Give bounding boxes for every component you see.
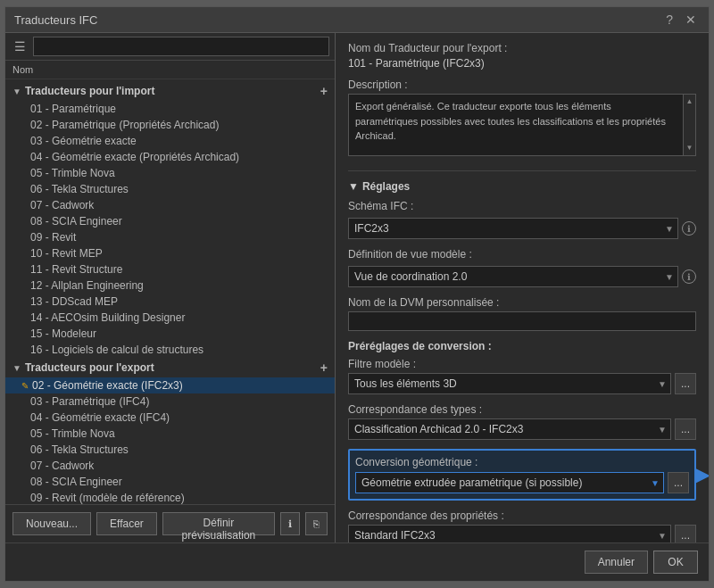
list-item[interactable]: 09 - Revit bbox=[5, 229, 335, 245]
list-item[interactable]: 01 - Paramétrique bbox=[5, 101, 335, 117]
filter-model-dropdown-wrapper: Tous les éléments 3D ▼ bbox=[348, 373, 671, 394]
geometric-conversion-dropdown[interactable]: Géométrie extrudée paramétrique (si poss… bbox=[355, 472, 664, 493]
ifc-schema-row-label: Schéma IFC : bbox=[348, 200, 696, 215]
type-correspondence-dropdown[interactable]: Classification Archicad 2.0 - IFC2x3 bbox=[348, 418, 671, 440]
list-item[interactable]: 10 - Revit MEP bbox=[5, 245, 335, 261]
list-item[interactable]: 11 - Revit Structure bbox=[5, 261, 335, 277]
view-definition-dropdown[interactable]: Vue de coordination 2.0 bbox=[348, 266, 678, 287]
dialog-title: Traducteurs IFC bbox=[14, 13, 97, 27]
filter-model-dropdown-row: Tous les éléments 3D ▼ ... bbox=[348, 373, 696, 394]
filter-model-dropdown[interactable]: Tous les éléments 3D bbox=[348, 373, 671, 394]
geometric-conversion-highlighted-row: Conversion géométrique : Géométrie extru… bbox=[348, 449, 696, 501]
export-expand-icon: ▼ bbox=[12, 363, 21, 373]
blue-arrow-icon: ▶ bbox=[695, 463, 709, 486]
title-bar-buttons: ? ✕ bbox=[662, 12, 700, 27]
delete-button[interactable]: Effacer bbox=[96, 512, 157, 535]
pencil-icon: ✎ bbox=[21, 381, 29, 391]
preview-button[interactable]: Définir prévisualisation bbox=[162, 512, 275, 535]
list-item[interactable]: 06 - Tekla Structures bbox=[5, 442, 335, 458]
ifc-schema-info-icon[interactable]: ℹ bbox=[682, 221, 696, 236]
view-definition-label: Définition de vue modèle : bbox=[348, 248, 472, 261]
search-input[interactable] bbox=[33, 37, 329, 56]
conversion-presets-label: Préréglages de conversion : bbox=[348, 340, 696, 352]
list-item[interactable]: 16 - Logiciels de calcul de structures bbox=[5, 342, 335, 358]
property-correspondence-label: Correspondance des propriétés : bbox=[348, 509, 696, 522]
list-item[interactable]: 03 - Géométrie exacte bbox=[5, 133, 335, 149]
view-definition-dropdown-row: Vue de coordination 2.0 ▼ ℹ bbox=[348, 266, 696, 287]
settings-label: Réglages bbox=[362, 180, 410, 193]
type-correspondence-dropdown-wrapper: Classification Archicad 2.0 - IFC2x3 ▼ bbox=[348, 418, 671, 440]
type-correspondence-label: Correspondance des types : bbox=[348, 403, 696, 416]
property-correspondence-dropdown-row: Standard IFC2x3 ▼ ... bbox=[348, 525, 696, 542]
list-item[interactable]: 08 - SCIA Engineer bbox=[5, 474, 335, 490]
main-dialog: Traducteurs IFC ? ✕ ☰ Nom ▼ Traducteurs … bbox=[4, 6, 710, 582]
list-item[interactable]: 12 - Allplan Engineering bbox=[5, 277, 335, 294]
list-item[interactable]: 06 - Tekla Structures bbox=[5, 181, 335, 197]
cancel-button[interactable]: Annuler bbox=[585, 551, 648, 574]
geometric-conversion-dropdown-row: Géométrie extrudée paramétrique (si poss… bbox=[355, 472, 689, 493]
left-toolbar: ☰ bbox=[5, 33, 335, 61]
footer-right: Annuler OK bbox=[585, 551, 698, 574]
dialog-footer: Annuler OK bbox=[5, 542, 709, 581]
translator-name-value: 101 - Paramétrique (IFC2x3) bbox=[348, 57, 696, 70]
list-item[interactable]: 03 - Paramétrique (IFC4) bbox=[5, 393, 335, 410]
list-item[interactable]: 13 - DDScad MEP bbox=[5, 294, 335, 310]
export-footer-icon[interactable]: ⎘ bbox=[305, 512, 328, 535]
import-section-label: Traducteurs pour l'import bbox=[25, 85, 155, 97]
scroll-down-icon: ▼ bbox=[686, 143, 693, 153]
view-definition-info-icon[interactable]: ℹ bbox=[682, 269, 696, 284]
import-add-icon[interactable]: + bbox=[320, 84, 328, 98]
list-item[interactable]: 08 - SCIA Engineer bbox=[5, 213, 335, 229]
left-panel: ☰ Nom ▼ Traducteurs pour l'import + 01 -… bbox=[5, 33, 336, 542]
export-section-header[interactable]: ▼ Traducteurs pour l'export + bbox=[5, 358, 335, 377]
custom-dvm-input[interactable] bbox=[348, 311, 696, 331]
view-definition-row-label: Définition de vue modèle : bbox=[348, 248, 696, 263]
ifc-schema-dropdown[interactable]: IFC2x3 bbox=[348, 218, 678, 239]
import-section-header[interactable]: ▼ Traducteurs pour l'import + bbox=[5, 81, 335, 101]
settings-expand-icon: ▼ bbox=[348, 180, 359, 193]
type-correspondence-ellipsis-button[interactable]: ... bbox=[675, 418, 696, 440]
tree-list: ▼ Traducteurs pour l'import + 01 - Param… bbox=[5, 79, 335, 504]
description-box: Export généralisé. Ce traducteur exporte… bbox=[348, 94, 696, 156]
list-item[interactable]: 07 - Cadwork bbox=[5, 458, 335, 474]
geometric-conversion-dropdown-wrapper: Géométrie extrudée paramétrique (si poss… bbox=[355, 472, 664, 493]
custom-dvm-label: Nom de la DVM personnalisée : bbox=[348, 296, 696, 309]
translator-name-label: Nom du Traducteur pour l'export : bbox=[348, 42, 696, 54]
info-footer-icon[interactable]: ℹ bbox=[280, 512, 300, 535]
property-correspondence-dropdown[interactable]: Standard IFC2x3 bbox=[348, 525, 671, 542]
import-expand-icon: ▼ bbox=[12, 87, 21, 96]
close-button[interactable]: ✕ bbox=[682, 12, 700, 27]
dialog-body: ☰ Nom ▼ Traducteurs pour l'import + 01 -… bbox=[5, 33, 709, 542]
right-panel: Nom du Traducteur pour l'export : 101 - … bbox=[336, 33, 709, 542]
ifc-schema-dropdown-row: IFC2x3 ▼ ℹ bbox=[348, 218, 696, 239]
list-item[interactable]: 02 - Paramétrique (Propriétés Archicad) bbox=[5, 117, 335, 133]
ifc-schema-dropdown-wrapper: IFC2x3 ▼ bbox=[348, 218, 678, 239]
filter-icon-button[interactable]: ☰ bbox=[11, 37, 29, 55]
tree-header: Nom bbox=[5, 61, 335, 79]
property-correspondence-dropdown-wrapper: Standard IFC2x3 ▼ bbox=[348, 525, 671, 542]
property-correspondence-ellipsis-button[interactable]: ... bbox=[675, 525, 696, 542]
help-button[interactable]: ? bbox=[662, 12, 677, 27]
new-button[interactable]: Nouveau... bbox=[12, 512, 91, 535]
list-item[interactable]: 15 - Modeleur bbox=[5, 326, 335, 342]
filter-model-ellipsis-button[interactable]: ... bbox=[675, 373, 696, 394]
view-definition-dropdown-wrapper: Vue de coordination 2.0 ▼ bbox=[348, 266, 678, 287]
type-correspondence-dropdown-row: Classification Archicad 2.0 - IFC2x3 ▼ .… bbox=[348, 418, 696, 440]
list-item[interactable]: 09 - Revit (modèle de référence) bbox=[5, 490, 335, 504]
ok-button[interactable]: OK bbox=[653, 551, 698, 574]
list-item[interactable]: 05 - Trimble Nova bbox=[5, 165, 335, 181]
ifc-schema-label: Schéma IFC : bbox=[348, 200, 413, 212]
scroll-up-icon: ▲ bbox=[686, 96, 693, 107]
list-item[interactable]: 04 - Géométrie exacte (Propriétés Archic… bbox=[5, 149, 335, 165]
list-item[interactable]: 05 - Trimble Nova bbox=[5, 426, 335, 442]
list-item[interactable]: ✎ 02 - Géométrie exacte (IFC2x3) bbox=[5, 377, 335, 393]
description-text: Export généralisé. Ce traducteur exporte… bbox=[355, 99, 689, 144]
list-item[interactable]: 14 - AECOsim Building Designer bbox=[5, 310, 335, 326]
geometric-conversion-ellipsis-button[interactable]: ... bbox=[668, 472, 689, 493]
list-item[interactable]: 07 - Cadwork bbox=[5, 197, 335, 213]
title-bar: Traducteurs IFC ? ✕ bbox=[5, 7, 709, 33]
description-scrollbar[interactable]: ▲ ▼ bbox=[683, 95, 695, 155]
list-item[interactable]: 04 - Géométrie exacte (IFC4) bbox=[5, 410, 335, 426]
export-add-icon[interactable]: + bbox=[320, 360, 328, 375]
description-label: Description : bbox=[348, 79, 696, 91]
